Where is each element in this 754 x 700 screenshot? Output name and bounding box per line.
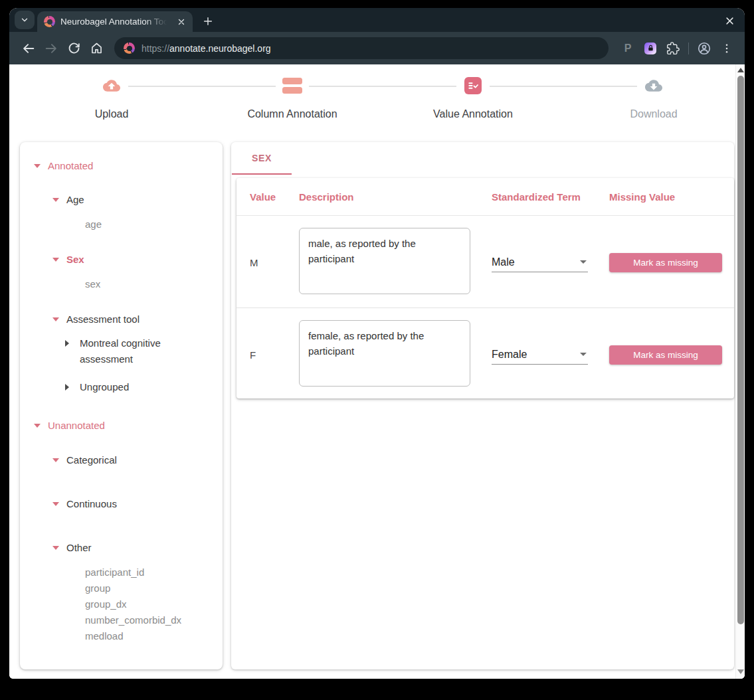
extensions-button[interactable] — [663, 39, 683, 58]
forward-button[interactable] — [41, 39, 61, 58]
expand-arrow-icon[interactable] — [50, 311, 61, 327]
scrollbar-up-arrow-icon[interactable] — [737, 68, 744, 72]
tree-item-number-comorbid-dx[interactable]: number_comorbid_dx — [20, 612, 223, 628]
expand-arrow-icon[interactable] — [50, 496, 61, 512]
tree-item-group-dx[interactable]: group_dx — [20, 596, 223, 612]
expand-arrow-icon[interactable] — [32, 418, 43, 434]
value-rows: M Male Mark as missing F Female Mark as … — [236, 216, 734, 398]
tab-close-icon[interactable] — [177, 17, 186, 27]
toolbar-divider — [688, 43, 689, 54]
table-header: Value Description Standardized Term Miss… — [236, 178, 734, 216]
tree-spacer — [60, 565, 80, 580]
dropdown-caret-icon — [580, 260, 587, 264]
browser-menu-button[interactable] — [717, 39, 737, 58]
value-cell: F — [250, 349, 299, 361]
tree-spacer — [60, 580, 80, 596]
tree-item-sex[interactable]: Sex — [20, 252, 223, 268]
address-bar[interactable]: https://annotate.neurobagel.org — [114, 37, 609, 59]
tree-item-label: Age — [66, 192, 84, 208]
sidebar-card: Annotated Age age Sex sex Assessment too… — [20, 142, 223, 669]
tree-item-participant-id[interactable]: participant_id — [20, 565, 223, 580]
expand-arrow-icon[interactable] — [32, 158, 43, 174]
back-arrow-icon — [21, 41, 36, 56]
step-label: Value Annotation — [433, 108, 513, 120]
neurobagel-favicon-icon — [44, 16, 55, 27]
close-icon — [725, 16, 735, 26]
scrollbar-down-arrow-icon[interactable] — [737, 669, 744, 674]
column-tabs: SEX — [231, 142, 734, 174]
url-scheme: https:// — [141, 43, 169, 54]
window-close-button[interactable] — [722, 13, 737, 28]
value-row: F Female Mark as missing — [236, 308, 734, 398]
tree-item-label: sex — [85, 276, 100, 292]
step-value-annotation[interactable]: Value Annotation — [383, 75, 563, 132]
tree-item-annotated[interactable]: Annotated — [20, 158, 223, 174]
tree-item-label: Sex — [66, 252, 84, 268]
tree-item-medload[interactable]: medload — [20, 628, 223, 644]
tree-item-label: group_dx — [85, 596, 127, 612]
tree-item-group[interactable]: group — [20, 580, 223, 596]
tab-sex[interactable]: SEX — [232, 142, 292, 174]
header-value: Value — [250, 191, 299, 203]
new-tab-button[interactable] — [201, 14, 215, 29]
tree-item-montreal-cognitive-assessment[interactable]: Montreal cognitive assessment — [20, 335, 223, 367]
expand-arrow-icon[interactable] — [50, 540, 61, 556]
stepper-connector — [490, 86, 637, 87]
browser-tab[interactable]: Neurobagel Annotation Tool — [37, 11, 193, 32]
column-annotation-icon — [282, 77, 302, 94]
collapse-arrow-icon[interactable] — [60, 379, 74, 395]
tree-item-ungrouped[interactable]: Ungrouped — [20, 379, 223, 395]
url-host: annotate.neurobagel.org — [169, 43, 271, 54]
term-cell: Male — [492, 252, 609, 272]
extension-pass-button[interactable] — [640, 39, 660, 58]
column-tree: Annotated Age age Sex sex Assessment too… — [20, 158, 223, 644]
step-upload[interactable]: Upload — [21, 75, 202, 132]
scrollbar-thumb[interactable] — [737, 76, 744, 624]
mark-as-missing-button[interactable]: Mark as missing — [609, 345, 722, 365]
tree-item-unannotated[interactable]: Unannotated — [20, 418, 223, 434]
reload-button[interactable] — [64, 39, 84, 58]
standardized-term-select[interactable]: Female — [492, 345, 588, 365]
tab-strip: Neurobagel Annotation Tool — [9, 8, 745, 32]
tree-item-label: Continuous — [66, 496, 117, 512]
step-download[interactable]: Download — [563, 75, 744, 132]
tab-search-button[interactable] — [15, 11, 35, 29]
description-input[interactable] — [299, 228, 470, 294]
mark-as-missing-button[interactable]: Mark as missing — [609, 253, 722, 272]
tree-item-sex[interactable]: sex — [20, 276, 223, 292]
lock-extension-icon — [644, 43, 656, 54]
tree-item-label: Categorical — [66, 452, 117, 468]
tree-item-other[interactable]: Other — [20, 540, 223, 556]
tree-item-age[interactable]: Age — [20, 192, 223, 208]
tree-item-assessment-tool[interactable]: Assessment tool — [20, 311, 223, 327]
stepper-connector — [309, 86, 456, 87]
description-input[interactable] — [299, 320, 470, 387]
missing-cell: Mark as missing — [609, 345, 734, 365]
tree-item-label: participant_id — [85, 565, 144, 580]
profile-icon — [697, 41, 711, 56]
stepper: Upload Column Annotation — [21, 75, 744, 132]
tree-item-continuous[interactable]: Continuous — [20, 496, 223, 512]
home-button[interactable] — [86, 39, 106, 58]
collapse-arrow-icon[interactable] — [60, 335, 74, 351]
back-button[interactable] — [19, 39, 39, 58]
cloud-upload-icon — [100, 77, 123, 94]
step-column-annotation[interactable]: Column Annotation — [202, 75, 383, 132]
page-scrollbar[interactable] — [735, 64, 745, 679]
main-panel: SEX Value Description Standardized Term … — [231, 142, 734, 669]
expand-arrow-icon[interactable] — [50, 452, 61, 468]
forward-arrow-icon — [44, 41, 58, 56]
tab-title: Neurobagel Annotation Tool — [60, 17, 171, 27]
dropdown-caret-icon — [580, 353, 587, 356]
expand-arrow-icon[interactable] — [50, 192, 61, 208]
profile-button[interactable] — [694, 39, 714, 58]
tree-item-categorical[interactable]: Categorical — [20, 452, 223, 468]
password-manager-button[interactable]: P — [618, 39, 638, 58]
tree-spacer — [60, 612, 80, 628]
standardized-term-select[interactable]: Male — [492, 252, 588, 272]
reload-icon — [67, 41, 81, 55]
tree-item-age[interactable]: age — [20, 217, 223, 232]
expand-arrow-icon[interactable] — [50, 252, 61, 268]
header-description: Description — [299, 191, 492, 203]
header-missing-value: Missing Value — [609, 191, 734, 203]
